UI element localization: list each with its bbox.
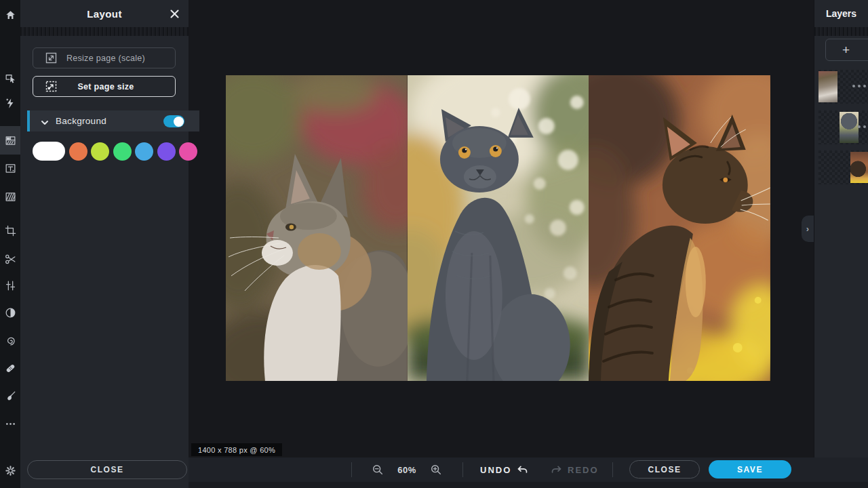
crop-tool-icon[interactable] (2, 222, 18, 239)
undo-button[interactable]: UNDO (480, 458, 528, 482)
redo-icon (551, 464, 562, 476)
set-page-size-label: Set page size (57, 82, 155, 92)
settings-gear-icon[interactable] (2, 462, 18, 479)
resize-page-button[interactable]: Resize page (scale) (33, 47, 176, 68)
more-tools-icon[interactable] (2, 415, 18, 432)
draw-tool-icon[interactable] (2, 388, 18, 404)
save-button[interactable]: SAVE (709, 460, 791, 479)
toggle-knob (174, 117, 184, 127)
adjust-tool-icon[interactable] (2, 277, 18, 293)
divider (351, 462, 352, 477)
zoom-level: 60% (392, 458, 422, 482)
set-page-size-icon (45, 81, 57, 92)
panel-texture-strip (814, 27, 868, 36)
swirl-tool-icon[interactable] (2, 332, 18, 348)
divider (612, 462, 613, 477)
layers-panel: Layers + (814, 0, 868, 458)
photo-editor-app: Layout Resize page (scale) Set page size… (0, 0, 868, 488)
zoom-in-icon[interactable] (428, 462, 444, 478)
panel-texture-strip (20, 27, 189, 36)
chevron-right-icon: › (806, 224, 809, 234)
layer-thumbnail (818, 71, 837, 102)
color-swatch-pink[interactable] (179, 142, 197, 161)
layer-menu-icon[interactable] (858, 125, 868, 128)
add-layer-button[interactable]: + (825, 39, 868, 61)
close-panel-icon[interactable] (170, 9, 180, 19)
layer-menu-icon[interactable] (852, 85, 866, 87)
bottom-strip (189, 482, 868, 488)
home-icon[interactable] (2, 7, 18, 23)
background-section-header[interactable]: Background (27, 110, 199, 131)
status-badge: 1400 x 788 px @ 60% (191, 443, 282, 456)
color-swatch-orange[interactable] (69, 142, 87, 161)
resize-page-label: Resize page (scale) (57, 54, 155, 63)
panel-close-button[interactable]: CLOSE (27, 460, 187, 479)
layer-item-1[interactable] (818, 70, 868, 104)
layout-panel-header: Layout (20, 0, 189, 27)
pattern-tool-icon[interactable] (2, 188, 18, 205)
color-swatch-lime[interactable] (91, 142, 109, 161)
layout-tool-icon[interactable] (2, 132, 18, 148)
canvas-area: 1400 x 788 px @ 60% (189, 0, 814, 488)
bottom-toolbar: 60% UNDO REDO CLOSE SAVE (189, 458, 868, 482)
layout-panel: Layout Resize page (scale) Set page size… (20, 0, 189, 488)
undo-label: UNDO (480, 465, 511, 475)
left-toolbar (0, 0, 20, 488)
select-tool-icon[interactable] (2, 70, 18, 86)
layer-thumbnail (840, 112, 859, 143)
undo-icon (517, 464, 528, 476)
color-swatch-purple[interactable] (157, 142, 176, 161)
layer-item-3[interactable] (818, 150, 868, 184)
color-swatch-blue[interactable] (135, 142, 153, 161)
set-page-size-button[interactable]: Set page size (33, 76, 176, 97)
color-swatch-white[interactable] (33, 142, 65, 161)
cut-tool-icon[interactable] (2, 251, 18, 267)
photo-gray-cat[interactable] (408, 75, 589, 381)
photo-maine-coon-cat[interactable] (226, 75, 408, 381)
redo-button[interactable]: REDO (551, 458, 599, 482)
document-page (226, 75, 770, 381)
background-section-label: Background (56, 116, 106, 126)
layer-thumbnail (850, 152, 868, 183)
background-toggle[interactable] (163, 115, 184, 127)
section-accent-bar (27, 110, 30, 131)
divider (462, 462, 463, 477)
layers-panel-title: Layers (814, 0, 868, 27)
close-button[interactable]: CLOSE (629, 460, 700, 479)
chevron-down-icon (41, 117, 49, 125)
zoom-out-icon[interactable] (370, 462, 386, 478)
heal-tool-icon[interactable] (2, 360, 18, 376)
effects-tool-icon[interactable] (2, 95, 18, 111)
contrast-tool-icon[interactable] (2, 304, 18, 321)
resize-scale-icon (45, 52, 57, 64)
layer-item-2[interactable] (818, 110, 868, 144)
collapse-layers-panel-tab[interactable]: › (802, 216, 814, 242)
layout-panel-title: Layout (87, 8, 122, 20)
color-swatch-green[interactable] (113, 142, 132, 161)
photo-tabby-kitten[interactable] (589, 75, 770, 381)
background-color-swatches (33, 142, 178, 161)
redo-label: REDO (568, 465, 599, 475)
text-tool-icon[interactable] (2, 160, 18, 176)
